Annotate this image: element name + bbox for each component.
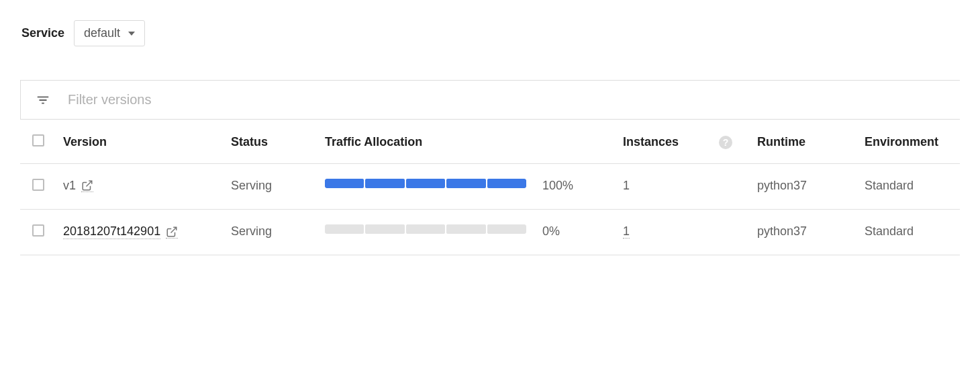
status-cell: Serving (223, 210, 317, 255)
instances-value[interactable]: 1 (623, 224, 630, 239)
svg-line-0 (87, 181, 92, 186)
status-cell: Serving (223, 164, 317, 210)
version-name[interactable]: 20181207t142901 (63, 224, 160, 239)
filter-icon (36, 93, 50, 108)
caret-down-icon (128, 32, 135, 36)
col-header-instances: Instances ? (615, 120, 749, 164)
service-dropdown[interactable]: default (74, 20, 145, 46)
service-selector-row: Service default (20, 20, 960, 46)
col-header-runtime[interactable]: Runtime (749, 120, 856, 164)
instances-value: 1 (623, 179, 630, 192)
traffic-bar (325, 179, 526, 188)
runtime-cell: python37 (749, 164, 856, 210)
filter-bar (20, 80, 960, 120)
runtime-cell: python37 (749, 210, 856, 255)
col-header-traffic[interactable]: Traffic Allocation (317, 120, 615, 164)
service-dropdown-value: default (84, 26, 120, 40)
filter-input[interactable] (66, 91, 945, 108)
environment-cell: Standard (856, 164, 960, 210)
col-header-environment[interactable]: Environment (856, 120, 960, 164)
col-header-instances-label[interactable]: Instances (623, 135, 679, 149)
version-name: v1 (63, 179, 76, 193)
service-label: Service (21, 26, 64, 40)
environment-cell: Standard (856, 210, 960, 255)
row-checkbox[interactable] (32, 224, 44, 237)
traffic-percent: 100% (534, 164, 615, 210)
col-header-version[interactable]: Version (55, 120, 223, 164)
table-row: 20181207t142901Serving0%1python37Standar… (20, 210, 960, 255)
external-link-icon[interactable] (166, 226, 178, 239)
traffic-bar (325, 224, 526, 234)
svg-line-1 (171, 227, 177, 232)
col-header-status[interactable]: Status (223, 120, 317, 164)
help-icon[interactable]: ? (719, 136, 732, 149)
external-link-icon[interactable] (81, 179, 93, 192)
versions-table: Version Status Traffic Allocation Instan… (20, 120, 960, 255)
select-all-checkbox[interactable] (32, 134, 44, 146)
table-row: v1Serving100%1python37Standard (20, 164, 960, 210)
traffic-percent: 0% (534, 210, 615, 255)
row-checkbox[interactable] (32, 179, 44, 191)
